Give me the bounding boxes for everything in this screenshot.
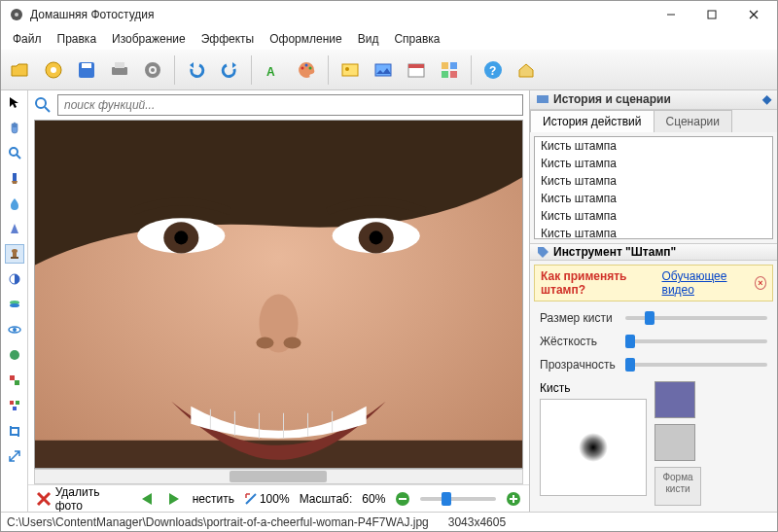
- hardness-label: Жёсткость: [540, 335, 618, 348]
- menu-image[interactable]: Изображение: [104, 30, 194, 48]
- palette-button[interactable]: [291, 54, 322, 86]
- undo-button[interactable]: [181, 54, 212, 86]
- menu-file[interactable]: Файл: [5, 30, 50, 48]
- svg-point-56: [256, 337, 273, 349]
- prev-button[interactable]: [138, 490, 156, 508]
- list-item[interactable]: Кисть штампа: [535, 207, 772, 225]
- svg-rect-44: [16, 401, 19, 405]
- camera-button[interactable]: [38, 54, 69, 86]
- svg-rect-20: [375, 64, 391, 76]
- secondary-color-swatch[interactable]: [654, 424, 695, 461]
- svg-rect-3: [708, 11, 716, 18]
- tab-scenarios[interactable]: Сценарии: [654, 110, 732, 132]
- menu-help[interactable]: Справка: [386, 30, 447, 48]
- hand-tool[interactable]: [5, 118, 24, 137]
- svg-point-46: [36, 98, 46, 108]
- contrast-tool[interactable]: [5, 269, 24, 289]
- menu-effects[interactable]: Эффекты: [194, 30, 263, 48]
- resize-tool[interactable]: [5, 446, 24, 466]
- list-item[interactable]: Кисть штампа: [535, 190, 772, 207]
- gradient-tool[interactable]: [5, 219, 24, 238]
- delete-photo-button[interactable]: Удалить фото: [36, 485, 128, 513]
- colorswap-tool[interactable]: [5, 371, 24, 390]
- collage-button[interactable]: [434, 54, 465, 86]
- svg-rect-18: [342, 64, 358, 76]
- right-panel: История и сценарии ◆ История действий Сц…: [529, 90, 777, 512]
- svg-point-15: [301, 66, 304, 69]
- pointer-tool[interactable]: [5, 92, 24, 112]
- tag-icon: [536, 245, 549, 259]
- opacity-slider[interactable]: [625, 363, 767, 367]
- svg-point-54: [370, 231, 383, 244]
- svg-rect-31: [13, 173, 17, 181]
- calendar-button[interactable]: [401, 54, 432, 86]
- zoom-100-button[interactable]: 100%: [244, 492, 290, 506]
- zoom-tool[interactable]: [5, 143, 24, 162]
- history-panel-title: История и сценарии: [553, 92, 671, 106]
- opacity-label: Прозрачность: [540, 358, 618, 372]
- list-item[interactable]: Кисть штампа: [535, 155, 772, 172]
- svg-rect-33: [13, 252, 17, 257]
- ruler-icon: [244, 492, 258, 506]
- zoom-out-button[interactable]: [395, 491, 410, 507]
- text-button[interactable]: A: [258, 54, 289, 86]
- fit-button[interactable]: нестить: [193, 492, 234, 506]
- brush-size-slider[interactable]: [625, 316, 767, 320]
- minimize-button[interactable]: [651, 2, 691, 27]
- drop-tool[interactable]: [5, 194, 24, 213]
- maximize-button[interactable]: [691, 2, 732, 27]
- gear-icon[interactable]: [137, 54, 168, 86]
- history-list[interactable]: Кисть штампа Кисть штампа Кисть штампа К…: [534, 136, 773, 239]
- menu-edit[interactable]: Правка: [50, 30, 105, 48]
- primary-color-swatch[interactable]: [654, 381, 695, 418]
- frame1-button[interactable]: [335, 54, 366, 86]
- horizontal-scrollbar[interactable]: [34, 469, 523, 484]
- tab-history[interactable]: История действий: [530, 110, 654, 132]
- eye-tool[interactable]: [5, 320, 24, 339]
- menu-view[interactable]: Вид: [350, 30, 387, 48]
- close-banner-icon[interactable]: ×: [755, 276, 766, 290]
- print-button[interactable]: [104, 54, 135, 86]
- svg-text:?: ?: [489, 64, 496, 78]
- next-button[interactable]: [165, 490, 183, 508]
- brush-shape-button[interactable]: Форма кисти: [654, 467, 701, 506]
- list-item[interactable]: Кисть штампа: [535, 172, 772, 190]
- brush-size-label: Размер кисти: [540, 311, 618, 325]
- brush-dot-icon: [579, 433, 608, 462]
- save-button[interactable]: [71, 54, 102, 86]
- search-input[interactable]: [57, 94, 523, 116]
- zoom-slider[interactable]: [420, 497, 496, 501]
- hardness-slider[interactable]: [625, 339, 767, 343]
- brush-label: Кисть: [540, 381, 647, 395]
- open-button[interactable]: [5, 54, 36, 86]
- menubar: Файл Правка Изображение Эффекты Оформлен…: [1, 28, 777, 50]
- brush-tool[interactable]: [5, 168, 24, 188]
- panel-icon: [536, 92, 549, 106]
- list-item[interactable]: Кисть штампа: [535, 137, 772, 155]
- crop-tool[interactable]: [5, 421, 24, 441]
- rgb-tool[interactable]: [5, 396, 24, 415]
- tutorial-link[interactable]: Обучающее видео: [662, 269, 749, 297]
- pin-icon[interactable]: ◆: [762, 92, 771, 106]
- home-button[interactable]: [511, 54, 542, 86]
- menu-design[interactable]: Оформление: [262, 30, 349, 48]
- frame2-button[interactable]: [368, 54, 399, 86]
- redo-button[interactable]: [214, 54, 245, 86]
- stamp-tool[interactable]: [5, 244, 24, 264]
- svg-rect-25: [442, 71, 448, 78]
- help-button[interactable]: ?: [477, 54, 509, 86]
- brush-preview[interactable]: [540, 399, 647, 496]
- svg-point-51: [174, 231, 188, 244]
- layers-tool[interactable]: [5, 295, 24, 314]
- toolbar: A ?: [1, 50, 777, 90]
- svg-rect-24: [450, 62, 457, 69]
- zoom-in-button[interactable]: [506, 491, 521, 507]
- list-item[interactable]: Кисть штампа: [535, 225, 772, 239]
- close-button[interactable]: [732, 2, 775, 27]
- circle-tool[interactable]: [5, 345, 24, 365]
- svg-rect-26: [450, 71, 457, 78]
- delete-icon: [36, 491, 52, 507]
- status-path: C:\Users\ContentManager\Downloads\portra…: [7, 515, 429, 529]
- svg-line-47: [45, 107, 50, 112]
- image-canvas[interactable]: [34, 120, 523, 469]
